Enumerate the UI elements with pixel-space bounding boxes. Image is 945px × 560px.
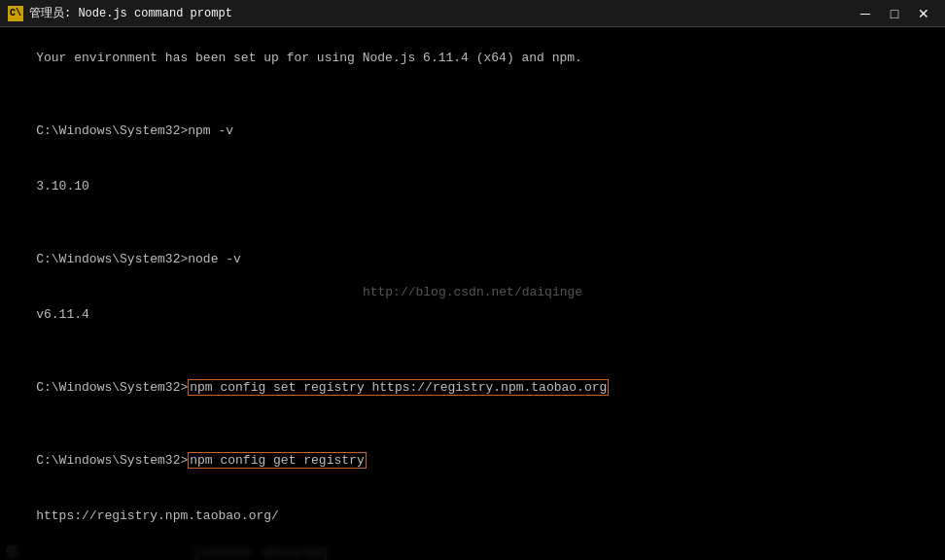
terminal-window: Your environment has been set up for usi… <box>0 27 945 560</box>
minimize-button[interactable]: ─ <box>852 0 879 27</box>
npm-version-cmd: C:\Windows\System32>npm -v <box>6 104 939 159</box>
window-controls: ─ □ ✕ <box>852 0 937 27</box>
blank-line-3 <box>6 342 939 361</box>
title-bar-text: 管理员: Node.js command prompt <box>29 5 852 21</box>
env-text: Your environment has been set up for usi… <box>36 51 582 65</box>
npm-config-set-line: C:\Windows\System32>npm config set regis… <box>6 361 939 416</box>
node-version-cmd: C:\Windows\System32>node -v <box>6 232 939 288</box>
npm-version-output: 3.10.10 <box>6 159 939 215</box>
npm-config-set-cmd: npm config set registry https://registry… <box>188 379 609 396</box>
app-icon: C\ <box>8 6 23 21</box>
npm-config-get-cmd: npm config get registry <box>188 452 366 469</box>
blank-line-1 <box>6 87 939 105</box>
blank-line-4 <box>6 416 939 435</box>
maximize-button[interactable]: □ <box>881 0 908 27</box>
close-button[interactable]: ✕ <box>910 0 937 27</box>
npm-config-get-line: C:\Windows\System32>npm config get regis… <box>6 435 939 490</box>
prompt-prefix-set: C:\Windows\System32> <box>36 380 188 395</box>
env-setup-line: Your environment has been set up for usi… <box>6 31 939 87</box>
blur-overlay <box>6 544 939 560</box>
prompt-prefix-get: C:\Windows\System32> <box>36 453 188 468</box>
registry-url-output: https://registry.npm.taobao.org/ <box>6 489 939 544</box>
title-bar: C\ 管理员: Node.js command prompt ─ □ ✕ <box>0 0 945 27</box>
blank-line-2 <box>6 214 939 232</box>
blurred-section: 管 .... [content obscured] ... [blurred] … <box>6 544 939 560</box>
node-version-output: v6.11.4 <box>6 288 939 343</box>
